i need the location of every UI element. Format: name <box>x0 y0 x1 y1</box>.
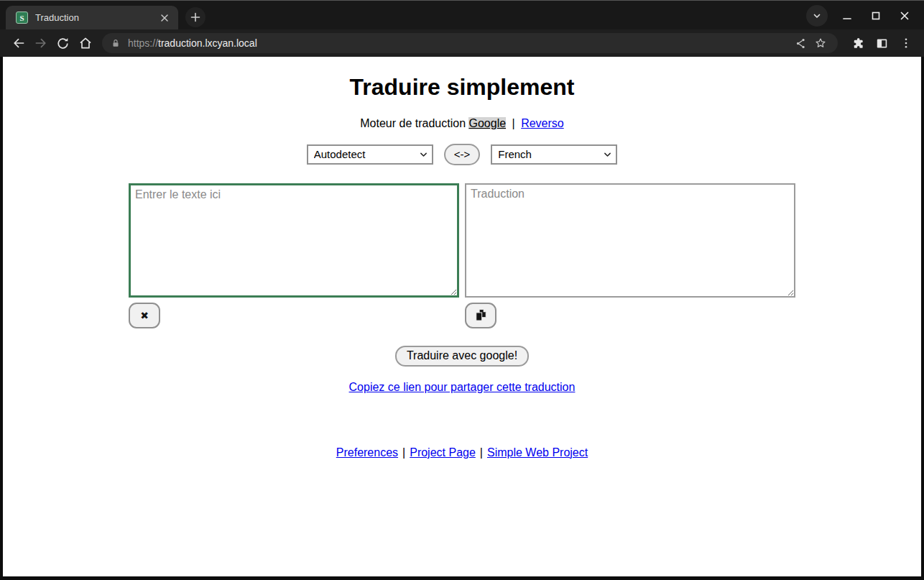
tab-close-icon[interactable] <box>158 11 171 24</box>
plus-icon <box>190 12 200 22</box>
browser-tab[interactable]: S Traduction <box>6 6 178 29</box>
footer-links: Preferences|Project Page|Simple Web Proj… <box>3 446 921 459</box>
engine-reverso-link[interactable]: Reverso <box>521 117 564 129</box>
source-language-wrap: Autodetect <box>307 144 433 165</box>
source-text-input[interactable] <box>129 183 459 298</box>
minimize-icon[interactable] <box>838 6 856 25</box>
new-tab-button[interactable] <box>185 7 205 27</box>
simple-web-project-link[interactable]: Simple Web Project <box>487 446 588 459</box>
back-icon[interactable] <box>7 32 29 55</box>
copy-icon <box>474 308 488 322</box>
side-panel-icon[interactable] <box>871 32 892 54</box>
engine-google[interactable]: Google <box>468 117 506 129</box>
swap-languages-button[interactable]: <-> <box>444 144 481 165</box>
extensions-puzzle-icon[interactable] <box>846 32 868 54</box>
translate-button[interactable]: Traduire avec google! <box>395 346 529 367</box>
clear-x-icon: ✖ <box>140 310 149 321</box>
bookmark-star-icon[interactable] <box>810 33 831 53</box>
target-language-wrap: French <box>491 144 617 165</box>
engine-label: Moteur de traduction <box>360 117 466 129</box>
translation-output[interactable] <box>465 183 795 298</box>
tab-strip: S Traduction <box>0 1 924 29</box>
pane-actions: ✖ <box>3 303 921 328</box>
footer-separator: | <box>402 446 405 459</box>
favicon: S <box>16 11 28 24</box>
translate-row: Traduire avec google! <box>3 328 921 367</box>
page-title: Traduire simplement <box>3 74 921 101</box>
project-page-link[interactable]: Project Page <box>410 446 476 459</box>
close-window-icon[interactable] <box>895 6 914 25</box>
tab-title: Traduction <box>35 12 158 23</box>
source-language-select[interactable]: Autodetect <box>307 144 433 165</box>
maximize-icon[interactable] <box>867 6 885 25</box>
clear-text-button[interactable]: ✖ <box>129 303 160 328</box>
url-host: traduction.lxcyan.local <box>158 37 257 49</box>
lock-icon <box>111 38 121 48</box>
url-text: https://traduction.lxcyan.local <box>128 37 790 49</box>
translation-panes <box>3 183 921 298</box>
copy-share-link[interactable]: Copiez ce lien pour partager cette tradu… <box>349 381 576 393</box>
language-controls: Autodetect <-> French <box>3 144 921 165</box>
target-language-select[interactable]: French <box>491 144 617 165</box>
browser-window: S Traduction <box>0 0 924 580</box>
window-menu-chevron-icon[interactable] <box>806 5 828 27</box>
address-bar[interactable]: https://traduction.lxcyan.local <box>102 33 838 53</box>
reload-icon[interactable] <box>52 32 74 55</box>
engine-selector-line: Moteur de traduction Google | Reverso <box>3 117 921 130</box>
browser-toolbar: https://traduction.lxcyan.local <box>0 29 924 57</box>
source-actions: ✖ <box>129 303 459 328</box>
target-actions <box>465 303 795 328</box>
share-line: Copiez ce lien pour partager cette tradu… <box>3 381 921 394</box>
share-icon[interactable] <box>790 33 810 53</box>
url-scheme: https:// <box>128 37 158 49</box>
forward-icon[interactable] <box>29 32 52 55</box>
window-controls <box>806 5 914 27</box>
preferences-link[interactable]: Preferences <box>336 446 398 459</box>
home-icon[interactable] <box>74 32 96 55</box>
page-viewport: Traduire simplement Moteur de traduction… <box>3 57 921 576</box>
menu-kebab-icon[interactable] <box>895 32 917 54</box>
footer-separator: | <box>480 446 483 459</box>
copy-translation-button[interactable] <box>465 303 496 328</box>
engine-separator: | <box>512 117 515 129</box>
